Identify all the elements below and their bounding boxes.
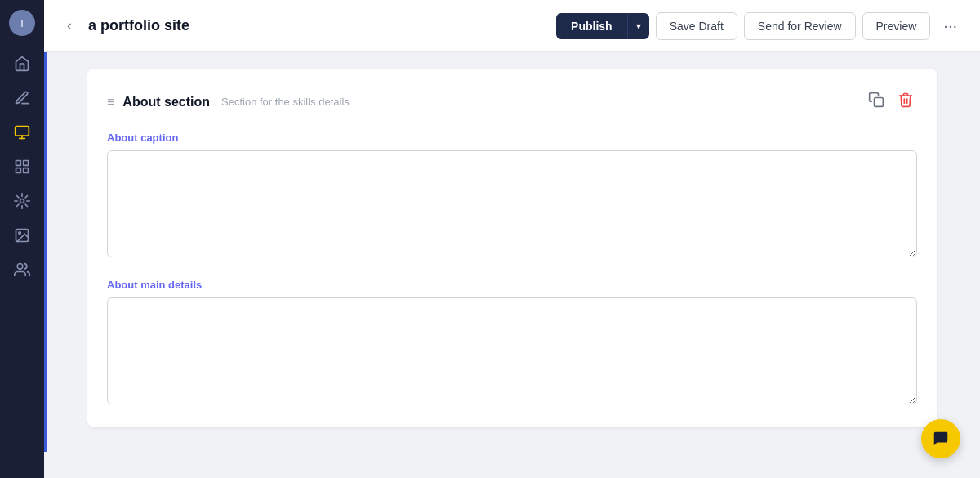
sidebar-item-pages[interactable] — [7, 118, 37, 147]
sidebar-item-media[interactable] — [7, 221, 37, 250]
svg-point-7 — [20, 199, 24, 203]
section-actions — [865, 88, 917, 115]
more-options-button[interactable]: ··· — [937, 13, 964, 38]
publish-button[interactable]: Publish — [556, 13, 627, 39]
about-section-card: ≡ About section Section for the skills d… — [87, 69, 937, 427]
section-header: ≡ About section Section for the skills d… — [107, 88, 917, 115]
section-title: About section — [122, 95, 210, 109]
sidebar: T — [0, 0, 44, 478]
chat-button[interactable] — [921, 419, 960, 458]
page-title: a portfolio site — [88, 17, 546, 34]
preview-button[interactable]: Preview — [862, 12, 931, 40]
about-main-details-label: About main details — [107, 279, 917, 291]
topbar: ‹ a portfolio site Publish ▾ Save Draft … — [44, 0, 980, 52]
svg-rect-3 — [16, 161, 21, 166]
svg-rect-5 — [16, 168, 21, 173]
sidebar-item-users[interactable] — [7, 255, 37, 284]
content-area: ≡ About section Section for the skills d… — [44, 52, 980, 478]
section-copy-button[interactable] — [865, 88, 888, 115]
section-drag-icon: ≡ — [107, 95, 114, 109]
publish-group: Publish ▾ — [556, 13, 649, 39]
save-draft-button[interactable]: Save Draft — [656, 12, 737, 40]
send-for-review-button[interactable]: Send for Review — [744, 12, 856, 40]
svg-rect-6 — [24, 168, 29, 173]
section-header-left: ≡ About section Section for the skills d… — [107, 95, 350, 109]
sidebar-item-blog[interactable] — [7, 83, 37, 113]
section-delete-button[interactable] — [894, 88, 917, 115]
svg-rect-0 — [16, 127, 29, 136]
svg-rect-4 — [24, 161, 29, 166]
left-accent-bar — [44, 52, 47, 452]
main-content: ‹ a portfolio site Publish ▾ Save Draft … — [44, 0, 980, 478]
sidebar-item-plugins[interactable] — [7, 186, 37, 216]
about-caption-label: About caption — [107, 132, 917, 144]
back-button[interactable]: ‹ — [60, 14, 78, 38]
sidebar-item-home[interactable] — [7, 49, 37, 78]
svg-point-10 — [17, 264, 23, 270]
avatar: T — [9, 10, 35, 36]
about-main-details-field-group: About main details — [107, 279, 917, 408]
about-main-details-textarea[interactable] — [107, 297, 917, 404]
about-caption-field-group: About caption — [107, 132, 917, 261]
svg-point-9 — [19, 232, 20, 235]
content-inner: ≡ About section Section for the skills d… — [63, 52, 961, 452]
publish-dropdown-button[interactable]: ▾ — [627, 13, 649, 39]
svg-rect-11 — [875, 98, 884, 107]
section-subtitle: Section for the skills details — [221, 96, 350, 108]
topbar-actions: Publish ▾ Save Draft Send for Review Pre… — [556, 12, 964, 40]
about-caption-textarea[interactable] — [107, 150, 917, 257]
sidebar-item-grid[interactable] — [7, 152, 37, 181]
